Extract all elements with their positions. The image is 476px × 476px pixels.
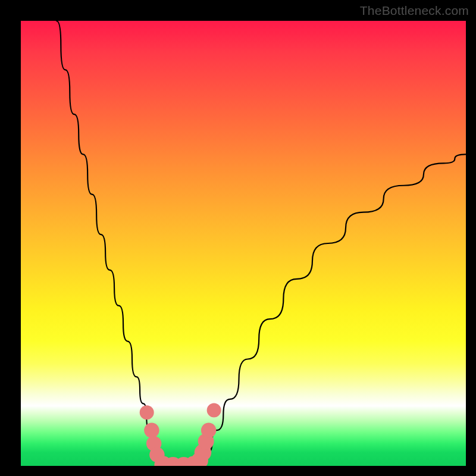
bottleneck-curve <box>57 21 466 466</box>
curve-layer <box>21 21 466 466</box>
curve-left-branch <box>57 21 161 466</box>
watermark-text: TheBottleneck.com <box>360 4 469 18</box>
curve-right-branch <box>201 154 466 466</box>
highlight-dot <box>207 403 221 418</box>
chart-frame: TheBottleneck.com <box>0 0 476 476</box>
highlight-dot <box>144 422 159 437</box>
highlight-dot <box>201 422 216 437</box>
plot-area <box>21 21 466 466</box>
highlight-markers <box>140 403 221 466</box>
highlight-dot <box>140 405 154 419</box>
